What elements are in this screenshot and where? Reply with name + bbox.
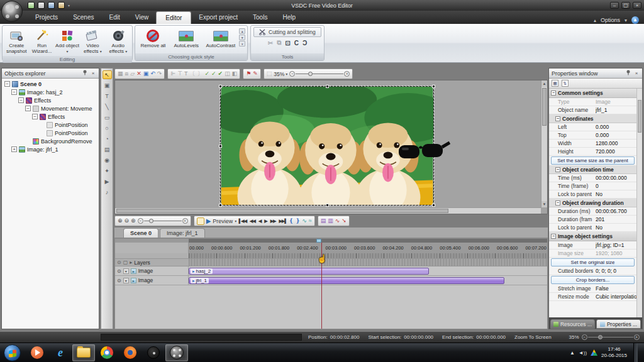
tree-item-movement-moveme[interactable]: −Movement: Moveme bbox=[2, 104, 99, 112]
go-start-button[interactable]: ▌◀◀ bbox=[238, 219, 247, 224]
style-scroll-up-icon[interactable]: ▲ bbox=[239, 28, 245, 34]
create-snapshot-button[interactable]: Create snapshot bbox=[4, 27, 28, 55]
flag-icon[interactable]: ⚑ bbox=[246, 71, 251, 77]
add-tween-icon[interactable]: ◉ bbox=[103, 156, 112, 165]
align-left-icon[interactable]: ⊩ bbox=[170, 71, 175, 77]
canvas-zoom-slider[interactable]: − + bbox=[289, 70, 350, 77]
categorized-view-icon[interactable]: ▦ bbox=[552, 80, 558, 87]
timeline-zoom-slider[interactable]: − + bbox=[138, 217, 188, 224]
layers-expand-icon[interactable]: ▸ bbox=[130, 260, 132, 265]
tree-expander-icon[interactable]: − bbox=[25, 106, 31, 111]
taskbar-internet-explorer[interactable]: e bbox=[49, 344, 72, 361]
options-menu[interactable]: Options bbox=[601, 17, 620, 23]
taskbar-codec-player[interactable] bbox=[142, 344, 165, 361]
menu-item-view[interactable]: View bbox=[128, 12, 157, 23]
track-expand-icon[interactable]: ▾ bbox=[123, 278, 129, 283]
prop-stretch-image[interactable]: Stretch imageFalse bbox=[549, 285, 636, 293]
handle-top-center[interactable] bbox=[326, 85, 329, 88]
close-panel-icon[interactable]: × bbox=[90, 70, 96, 76]
add-text-icon[interactable]: T bbox=[103, 92, 112, 101]
layout2-icon[interactable]: ◧ bbox=[232, 71, 238, 77]
add-line-icon[interactable]: ╲ bbox=[103, 102, 112, 111]
prop-image-size[interactable]: Image size1920; 1080 bbox=[549, 250, 636, 258]
preview-button[interactable]: ▶ Preview ▾ bbox=[206, 217, 237, 224]
tree-item-image-jfrl-1[interactable]: +Image: jfrl_1 bbox=[2, 145, 99, 153]
add-video-icon[interactable]: ▶ bbox=[103, 177, 112, 186]
clip-bar-jfrl-1[interactable]: ▸jfrl_1 bbox=[189, 277, 504, 284]
menu-item-scenes[interactable]: Scenes bbox=[65, 12, 101, 23]
handle-bottom-right[interactable] bbox=[432, 204, 435, 207]
upgrade-icon[interactable]: ▲ bbox=[631, 16, 639, 24]
style-scroll-down-icon[interactable]: ▼ bbox=[239, 35, 245, 40]
rotate-cw-icon[interactable]: C bbox=[303, 40, 307, 47]
next-frame-button[interactable]: ▶ bbox=[264, 219, 267, 224]
open-project-icon[interactable] bbox=[38, 2, 45, 9]
tree-item-image-hasj-2[interactable]: −Image: hasj_2 bbox=[2, 88, 99, 96]
prop-resize-mode[interactable]: Resize modeCubic interpolatio bbox=[549, 293, 636, 301]
text-tool-icon[interactable]: T bbox=[184, 71, 188, 77]
autocontrast-button[interactable]: AutoContrast bbox=[204, 27, 238, 49]
clip-bar-hasj-2[interactable]: ▸hasj_2 bbox=[189, 268, 429, 275]
options-caret-icon[interactable]: ▾ bbox=[625, 18, 627, 23]
preview-quality-icon[interactable] bbox=[197, 217, 204, 225]
sunglasses-object[interactable] bbox=[397, 140, 450, 163]
app-logo-icon[interactable] bbox=[1, 1, 23, 22]
tree-expander-icon[interactable]: − bbox=[11, 89, 17, 95]
time-ruler[interactable]: 00.00000:00.60000:01.20000:01.80000:02.4… bbox=[189, 243, 547, 253]
selection-start-icon[interactable]: ❴ bbox=[289, 218, 294, 224]
prop-time-frame[interactable]: Time (frame)0 bbox=[549, 182, 636, 190]
properties-pin-icon[interactable] bbox=[625, 70, 631, 77]
prev-frame-button[interactable]: ◀ bbox=[258, 219, 261, 224]
scroll-up-icon[interactable]: ▲ bbox=[541, 80, 547, 87]
properties-close-icon[interactable]: × bbox=[633, 70, 640, 76]
zoom-in-icon[interactable]: + bbox=[344, 71, 350, 77]
collapse-ribbon-icon[interactable]: ▴ bbox=[594, 18, 596, 23]
select-cursor-icon[interactable]: ↖ bbox=[103, 70, 112, 79]
bracket-left-icon[interactable]: 〔 bbox=[190, 71, 196, 77]
valid3-icon[interactable]: ✔ bbox=[218, 71, 223, 77]
add-image-icon[interactable]: ▣ bbox=[103, 81, 112, 90]
prop-left[interactable]: Left0.000 bbox=[549, 123, 636, 131]
align-center-icon[interactable]: ⊤ bbox=[177, 71, 182, 77]
fit-zoom-icon[interactable]: ⬚ bbox=[267, 71, 272, 77]
taskbar-chrome[interactable] bbox=[96, 344, 118, 361]
track-visibility-icon[interactable]: ⊙ bbox=[117, 278, 121, 283]
selection-end-icon[interactable]: ❵ bbox=[296, 218, 301, 224]
status-zoom-in-icon[interactable]: + bbox=[634, 334, 640, 340]
tree-item-effects[interactable]: −Effects bbox=[2, 112, 99, 121]
curve-icon[interactable]: ∿ bbox=[335, 218, 340, 224]
collapse-icon[interactable]: − bbox=[551, 90, 556, 96]
prop-type[interactable]: TypeImage bbox=[549, 98, 636, 106]
bracket-right-icon[interactable]: 〕 bbox=[197, 71, 203, 77]
minimize-button[interactable]: – bbox=[610, 2, 619, 9]
prop-lock-to-parent[interactable]: Lock to parentNo bbox=[549, 224, 636, 232]
run-wizard-button[interactable]: Run Wizard... bbox=[30, 27, 53, 55]
layout-icon[interactable]: ◫ bbox=[225, 71, 230, 77]
paste-icon[interactable]: ▱ bbox=[130, 71, 135, 77]
handle-mid-left[interactable] bbox=[219, 145, 222, 148]
scroll-down-icon[interactable]: ▼ bbox=[541, 201, 547, 207]
save-project-icon[interactable] bbox=[48, 2, 55, 9]
collapse-icon[interactable]: − bbox=[555, 200, 560, 206]
zoom-to-screen-label[interactable]: Zoom To Screen bbox=[514, 334, 552, 340]
collapse-icon[interactable]: − bbox=[555, 167, 560, 172]
tree-expander-icon[interactable]: − bbox=[18, 97, 24, 103]
gdrive-icon[interactable] bbox=[591, 349, 597, 356]
preview-canvas[interactable]: ▲ ▼ bbox=[114, 80, 548, 214]
layers-eye-icon[interactable]: ⊙ bbox=[117, 260, 121, 265]
prop-cutted-borders[interactable]: Cutted borders0; 0; 0; 0 bbox=[549, 267, 636, 275]
wave-icon[interactable]: ∿ bbox=[302, 218, 307, 224]
taskbar-clock[interactable]: 17:46 20-06-2015 bbox=[601, 346, 627, 359]
tree-item-backgroundremove[interactable]: BackgroundRemove bbox=[2, 137, 99, 145]
prop-image[interactable]: Imagejfrl.jpg; ID=1 bbox=[549, 241, 636, 250]
rotate-ccw-icon[interactable]: C bbox=[294, 40, 299, 47]
valid-icon[interactable]: ✓ bbox=[205, 71, 210, 77]
undo-icon[interactable]: ↶ bbox=[150, 71, 155, 77]
collapse-icon[interactable]: − bbox=[555, 116, 560, 121]
taskbar-file-explorer[interactable] bbox=[72, 344, 95, 361]
menu-item-projects[interactable]: Projects bbox=[28, 12, 65, 23]
maximize-button[interactable]: ▢ bbox=[621, 2, 630, 9]
track-lane-jfrl-1[interactable]: ▸jfrl_1 bbox=[189, 276, 547, 285]
export-icon[interactable] bbox=[58, 2, 65, 9]
tab-image-jfrl-1[interactable]: Image: jfrl_1 bbox=[160, 228, 205, 238]
